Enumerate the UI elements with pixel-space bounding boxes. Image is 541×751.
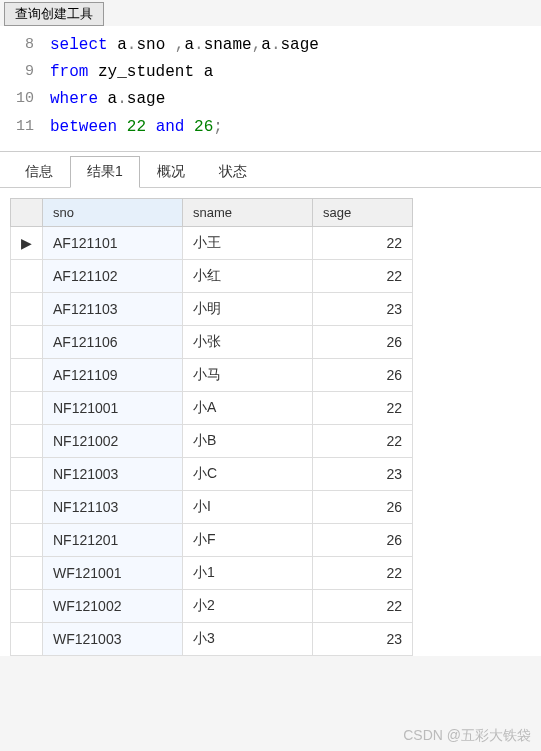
cell-sno[interactable]: NF121003 [43, 457, 183, 490]
row-indicator [11, 424, 43, 457]
column-header-sname[interactable]: sname [183, 198, 313, 226]
table-row[interactable]: NF121201小F26 [11, 523, 413, 556]
row-indicator [11, 622, 43, 655]
table-row[interactable]: AF121103小明23 [11, 292, 413, 325]
table-row[interactable]: NF121001小A22 [11, 391, 413, 424]
cell-sname[interactable]: 小1 [183, 556, 313, 589]
cell-sno[interactable]: AF121103 [43, 292, 183, 325]
line-number: 9 [0, 59, 50, 86]
cell-sage[interactable]: 22 [313, 589, 413, 622]
tab-概况[interactable]: 概况 [140, 156, 202, 187]
editor-line[interactable]: 8select a.sno ,a.sname,a.sage [0, 32, 541, 59]
cell-sno[interactable]: AF121102 [43, 259, 183, 292]
cell-sname[interactable]: 小C [183, 457, 313, 490]
row-indicator [11, 556, 43, 589]
table-row[interactable]: NF121002小B22 [11, 424, 413, 457]
cell-sage[interactable]: 26 [313, 490, 413, 523]
line-number: 10 [0, 86, 50, 113]
cell-sage[interactable]: 26 [313, 358, 413, 391]
cell-sage[interactable]: 23 [313, 457, 413, 490]
cell-sage[interactable]: 26 [313, 523, 413, 556]
cell-sname[interactable]: 小马 [183, 358, 313, 391]
row-indicator [11, 391, 43, 424]
cell-sname[interactable]: 小明 [183, 292, 313, 325]
cell-sname[interactable]: 小3 [183, 622, 313, 655]
row-indicator [11, 589, 43, 622]
line-number: 8 [0, 32, 50, 59]
cell-sname[interactable]: 小A [183, 391, 313, 424]
cell-sno[interactable]: AF121109 [43, 358, 183, 391]
line-number: 11 [0, 114, 50, 141]
cell-sno[interactable]: WF121002 [43, 589, 183, 622]
code-content[interactable]: between 22 and 26; [50, 114, 541, 141]
sql-editor[interactable]: 8select a.sno ,a.sname,a.sage9from zy_st… [0, 26, 541, 151]
code-content[interactable]: select a.sno ,a.sname,a.sage [50, 32, 541, 59]
row-indicator [11, 358, 43, 391]
row-indicator: ▶ [11, 226, 43, 259]
cell-sno[interactable]: AF121106 [43, 325, 183, 358]
editor-line[interactable]: 10where a.sage [0, 86, 541, 113]
row-indicator [11, 259, 43, 292]
column-header-sno[interactable]: sno [43, 198, 183, 226]
row-indicator [11, 523, 43, 556]
column-header-sage[interactable]: sage [313, 198, 413, 226]
row-indicator [11, 325, 43, 358]
cell-sno[interactable]: WF121003 [43, 622, 183, 655]
cell-sno[interactable]: WF121001 [43, 556, 183, 589]
table-row[interactable]: NF121003小C23 [11, 457, 413, 490]
tab-结果1[interactable]: 结果1 [70, 156, 140, 188]
row-indicator [11, 490, 43, 523]
result-tabs: 信息结果1概况状态 [0, 151, 541, 188]
cell-sname[interactable]: 小2 [183, 589, 313, 622]
tab-信息[interactable]: 信息 [8, 156, 70, 187]
cell-sname[interactable]: 小王 [183, 226, 313, 259]
cell-sname[interactable]: 小张 [183, 325, 313, 358]
cell-sage[interactable]: 22 [313, 391, 413, 424]
table-row[interactable]: WF121003小323 [11, 622, 413, 655]
table-row[interactable]: ▶AF121101小王22 [11, 226, 413, 259]
table-row[interactable]: AF121102小红22 [11, 259, 413, 292]
table-row[interactable]: AF121109小马26 [11, 358, 413, 391]
cell-sage[interactable]: 22 [313, 556, 413, 589]
result-grid-wrap: sno sname sage ▶AF121101小王22AF121102小红22… [0, 188, 541, 656]
cell-sno[interactable]: NF121201 [43, 523, 183, 556]
row-indicator [11, 457, 43, 490]
cell-sname[interactable]: 小B [183, 424, 313, 457]
watermark: CSDN @五彩大铁袋 [403, 727, 531, 745]
cell-sno[interactable]: NF121001 [43, 391, 183, 424]
cell-sname[interactable]: 小I [183, 490, 313, 523]
top-tab[interactable]: 查询创建工具 [4, 2, 104, 26]
table-row[interactable]: NF121103小I26 [11, 490, 413, 523]
cell-sname[interactable]: 小F [183, 523, 313, 556]
table-row[interactable]: AF121106小张26 [11, 325, 413, 358]
tab-状态[interactable]: 状态 [202, 156, 264, 187]
cell-sage[interactable]: 23 [313, 292, 413, 325]
code-content[interactable]: where a.sage [50, 86, 541, 113]
result-grid[interactable]: sno sname sage ▶AF121101小王22AF121102小红22… [10, 198, 413, 656]
row-indicator [11, 292, 43, 325]
row-indicator-header [11, 198, 43, 226]
cell-sno[interactable]: NF121002 [43, 424, 183, 457]
editor-line[interactable]: 9from zy_student a [0, 59, 541, 86]
cell-sno[interactable]: NF121103 [43, 490, 183, 523]
cell-sage[interactable]: 22 [313, 226, 413, 259]
cell-sage[interactable]: 22 [313, 259, 413, 292]
table-row[interactable]: WF121002小222 [11, 589, 413, 622]
editor-line[interactable]: 11between 22 and 26; [0, 114, 541, 141]
cell-sno[interactable]: AF121101 [43, 226, 183, 259]
cell-sage[interactable]: 22 [313, 424, 413, 457]
cell-sage[interactable]: 26 [313, 325, 413, 358]
table-row[interactable]: WF121001小122 [11, 556, 413, 589]
cell-sname[interactable]: 小红 [183, 259, 313, 292]
cell-sage[interactable]: 23 [313, 622, 413, 655]
code-content[interactable]: from zy_student a [50, 59, 541, 86]
